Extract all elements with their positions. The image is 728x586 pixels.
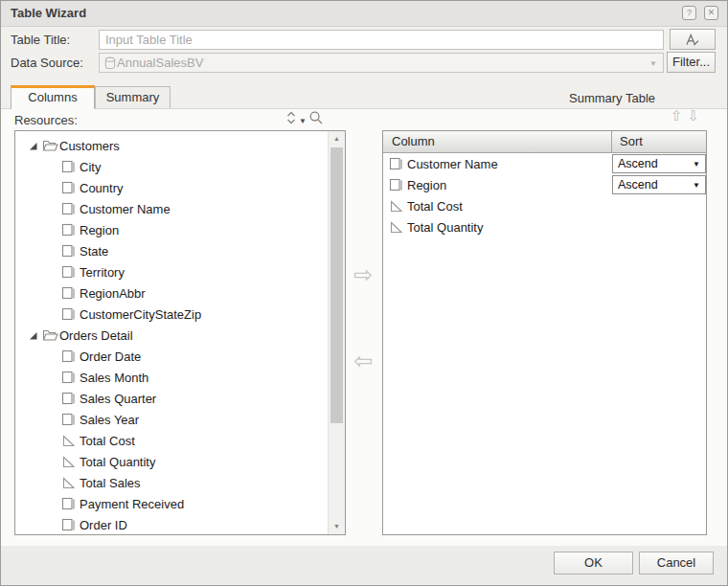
tree-field-label: RegionAbbr (80, 286, 146, 301)
column-field-icon (61, 223, 76, 237)
tab-summary[interactable]: Summary (95, 86, 171, 109)
tree-field-row[interactable]: Total Quantity (15, 451, 328, 472)
summary-column-label: Total Cost (407, 199, 463, 214)
sort-dropdown-caret-icon[interactable]: ▼ (299, 117, 307, 125)
sort-select-value: Ascend (618, 157, 658, 170)
tree-field-row[interactable]: CustomerCityStateZip (15, 304, 328, 325)
search-icon[interactable] (308, 110, 324, 125)
summary-table-panel: Column Sort Customer NameAscend▼RegionAs… (382, 130, 707, 535)
sort-select[interactable]: Ascend▼ (612, 175, 706, 194)
tree-field-row[interactable]: City (15, 156, 328, 177)
open-folder-icon (42, 328, 58, 342)
tree-field-label: CustomerCityStateZip (80, 307, 201, 322)
tree-field-label: City (80, 160, 101, 174)
tree-scrollbar[interactable]: ▲ ▼ (328, 131, 345, 534)
column-field-icon (61, 392, 76, 405)
tree-folder-row[interactable]: Customers (15, 135, 328, 156)
help-icon[interactable]: ? (682, 6, 696, 20)
tab-columns[interactable]: Columns (11, 85, 95, 109)
ok-button[interactable]: OK (554, 552, 633, 575)
column-field-icon (61, 286, 76, 300)
tree-field-label: Country (80, 181, 124, 195)
measure-field-icon (389, 199, 403, 213)
tree-field-row[interactable]: Order Date (15, 346, 328, 367)
table-title-input[interactable] (99, 30, 664, 50)
titlebar: Table Wizard ? ✕ (1, 1, 727, 27)
remove-column-arrow-icon[interactable]: ⇦ (353, 349, 373, 372)
resources-label: Resources: (14, 113, 78, 127)
column-field-icon (61, 518, 76, 531)
summary-table-row[interactable]: RegionAscend▼ (383, 174, 706, 195)
summary-table-rows: Customer NameAscend▼RegionAscend▼Total C… (383, 153, 706, 237)
tree-folder-row[interactable]: Orders Detail (15, 325, 328, 346)
tree-field-row[interactable]: Total Cost (15, 430, 328, 451)
dropdown-caret-icon[interactable]: ▼ (649, 59, 657, 68)
summary-column-label: Total Quantity (407, 220, 484, 235)
add-column-arrow-icon[interactable]: ⇨ (353, 263, 373, 286)
column-field-icon (61, 160, 76, 173)
tree-field-label: Order Date (80, 349, 141, 364)
tree-field-label: Customer Name (80, 202, 171, 216)
cancel-button[interactable]: Cancel (639, 552, 714, 575)
tree-field-row[interactable]: Sales Quarter (15, 388, 328, 409)
expanded-node-icon[interactable] (29, 140, 39, 151)
filter-button[interactable]: Filter... (667, 52, 716, 73)
column-field-icon (61, 181, 76, 194)
tree-field-row[interactable]: Sales Month (15, 367, 328, 388)
column-field-icon (61, 307, 76, 321)
summary-table-row[interactable]: Total Quantity (383, 216, 706, 237)
column-field-icon (61, 202, 76, 215)
measure-field-icon (61, 476, 76, 489)
scroll-up-icon[interactable]: ▲ (329, 131, 345, 146)
font-style-button[interactable] (670, 29, 716, 50)
scrollbar-thumb[interactable] (330, 147, 343, 423)
database-icon (104, 56, 116, 70)
measure-field-icon (389, 220, 403, 234)
summary-table-header: Column Sort (383, 131, 706, 153)
tree-field-row[interactable]: Territory (15, 261, 328, 282)
summary-table-row[interactable]: Total Cost (383, 195, 706, 216)
tree-field-row[interactable]: Sales Year (15, 409, 328, 430)
tree-field-label: Order ID (80, 518, 127, 532)
tree-field-row[interactable]: RegionAbbr (15, 282, 328, 304)
sort-select-caret-icon: ▼ (693, 161, 700, 169)
tree-field-row[interactable]: Customer Name (15, 198, 328, 219)
table-title-label: Table Title: (11, 33, 70, 47)
move-down-icon[interactable]: ⇩ (688, 107, 705, 124)
sort-icon[interactable] (284, 110, 298, 125)
tree-folder-label: Orders Detail (59, 328, 133, 343)
resources-tree: CustomersCityCountryCustomer NameRegionS… (15, 135, 328, 535)
column-field-icon (61, 349, 76, 363)
summary-table-row[interactable]: Customer NameAscend▼ (383, 153, 706, 174)
sort-select[interactable]: Ascend▼ (612, 154, 706, 173)
column-field-icon (61, 371, 76, 384)
expanded-node-icon[interactable] (29, 329, 39, 341)
tree-field-label: Territory (80, 265, 125, 280)
tree-field-label: Total Cost (80, 434, 135, 448)
tree-field-label: Sales Month (80, 371, 148, 385)
resources-tree-panel: CustomersCityCountryCustomer NameRegionS… (14, 130, 346, 535)
sort-select-caret-icon: ▼ (693, 182, 700, 190)
tree-field-label: Total Sales (80, 476, 141, 490)
column-field-icon (61, 265, 76, 279)
data-source-combo[interactable]: AnnualSalesBV ▼ (99, 53, 664, 73)
measure-field-icon (61, 455, 76, 468)
tree-field-row[interactable]: Region (15, 219, 328, 240)
footer: OK Cancel (1, 545, 727, 585)
scroll-down-icon[interactable]: ▼ (329, 519, 345, 534)
table-wizard-dialog: Table Wizard ? ✕ Table Title: Data Sourc… (0, 0, 728, 586)
close-icon[interactable]: ✕ (704, 6, 718, 20)
dialog-title: Table Wizard (11, 6, 86, 20)
summary-table-caption: Summary Table (569, 91, 655, 105)
move-up-icon[interactable]: ⇧ (671, 107, 688, 124)
column-header: Column (383, 131, 612, 152)
tree-field-label: Sales Year (80, 413, 139, 427)
tree-field-label: Sales Quarter (80, 392, 156, 406)
tree-field-label: State (80, 244, 108, 259)
tree-field-label: Total Quantity (80, 455, 156, 469)
tree-field-row[interactable]: State (15, 240, 328, 261)
tree-field-row[interactable]: Country (15, 177, 328, 198)
tree-field-row[interactable]: Payment Received (15, 493, 328, 514)
tree-field-row[interactable]: Total Sales (15, 472, 328, 493)
tree-field-row[interactable]: Order ID (15, 514, 328, 535)
